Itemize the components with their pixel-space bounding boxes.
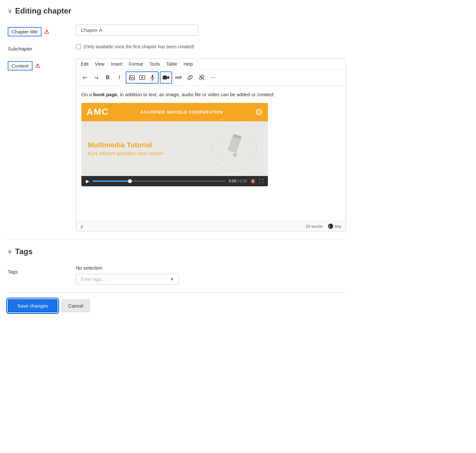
- content-label-wrap: Content ⚠: [8, 59, 72, 70]
- toolbar-h2p-btn[interactable]: H2P: [173, 72, 184, 83]
- content-row: Content ⚠ Edit View Insert Format Tools …: [8, 59, 346, 231]
- tags-label: Tags: [8, 268, 18, 276]
- tags-input-dropdown[interactable]: Enter tags... ▼: [76, 274, 179, 285]
- video-time-sep: /: [237, 179, 240, 183]
- menu-insert[interactable]: Insert: [111, 61, 122, 67]
- toolbar-italic-btn[interactable]: I: [114, 72, 124, 83]
- toolbar-audio-btn[interactable]: [147, 72, 158, 83]
- menu-edit[interactable]: Edit: [81, 61, 88, 67]
- page-title: Editing chapter: [15, 6, 71, 15]
- editor-content-area[interactable]: On a book page, in addition to text, an …: [76, 86, 346, 221]
- toolbar-unlink-btn[interactable]: [197, 72, 207, 83]
- video-progress-handle: [128, 179, 132, 183]
- menu-tools[interactable]: Tools: [150, 61, 160, 67]
- action-buttons-row: Save changes Cancel: [8, 292, 346, 312]
- tiny-logo: t tiny: [328, 223, 341, 229]
- subchapter-checkbox[interactable]: [76, 44, 81, 49]
- video-title: Multimedia Tutorial: [88, 141, 163, 149]
- mute-button[interactable]: 🔇: [250, 179, 256, 184]
- video-controls: ▶ 0:06 / 0:20 🔇 ⛶: [81, 176, 268, 186]
- chapter-title-label-wrap: Chapter title ⚠: [8, 24, 72, 36]
- toolbar-image-btn[interactable]: [127, 72, 137, 83]
- tinymce-editor: Edit View Insert Format Tools Table Help…: [76, 59, 346, 231]
- cancel-button[interactable]: Cancel: [61, 300, 90, 312]
- menu-help[interactable]: Help: [184, 61, 193, 67]
- editor-word-count: 20 words: [306, 224, 323, 229]
- tags-placeholder: Enter tags...: [81, 277, 105, 282]
- tags-dropdown-arrow-icon: ▼: [170, 277, 174, 282]
- toolbar-redo-btn[interactable]: ↪: [91, 72, 101, 83]
- content-required-icon: ⚠: [35, 62, 40, 69]
- amc-cooperation-text: ACADEMIC MOODLE COOPERATION: [141, 110, 223, 115]
- editor-menubar: Edit View Insert Format Tools Table Help: [76, 59, 346, 69]
- svg-point-1: [130, 76, 131, 77]
- tags-label-wrap: Tags: [8, 265, 72, 276]
- toolbar-media-btn[interactable]: [137, 72, 147, 83]
- toolbar-more-btn[interactable]: ···: [208, 72, 218, 83]
- tags-section-header: ∨ Tags: [8, 247, 346, 259]
- chapter-title-input[interactable]: [76, 24, 198, 36]
- svg-marker-3: [142, 77, 143, 79]
- svg-rect-7: [163, 76, 167, 79]
- video-progress-fill: [93, 180, 130, 182]
- subchapter-note: (Only available once the first chapter h…: [84, 44, 194, 49]
- editor-paragraph: On a book page, in addition to text, an …: [81, 91, 341, 98]
- save-changes-button[interactable]: Save changes: [8, 299, 58, 312]
- tags-field-group: No selection Enter tags... ▼: [76, 265, 179, 285]
- menu-table[interactable]: Table: [166, 61, 177, 67]
- toolbar-video-btn[interactable]: [161, 72, 171, 83]
- chapter-title-required-icon: ⚠: [44, 28, 49, 35]
- video-text-overlay: Multimedia Tutorial Kurs effizient gesta…: [88, 141, 163, 156]
- toolbar-media-group: [126, 71, 159, 84]
- fullscreen-button[interactable]: ⛶: [259, 179, 263, 184]
- video-progress-bar[interactable]: [93, 180, 225, 182]
- editing-chapter-header: ∨ Editing chapter: [8, 6, 346, 18]
- editor-footer: p 20 words t tiny: [76, 221, 346, 231]
- video-total-time: 0:20: [240, 179, 247, 183]
- tiny-label: tiny: [335, 224, 341, 229]
- video-thumbnail-body: Multimedia Tutorial Kurs effizient gesta…: [81, 121, 268, 176]
- toolbar-video-single-group: [160, 71, 172, 84]
- svg-marker-8: [167, 76, 169, 79]
- chapter-title-row: Chapter title ⚠: [8, 24, 346, 36]
- tags-section-chevron[interactable]: ∨: [8, 248, 12, 255]
- video-time: 0:06 / 0:20: [229, 179, 247, 183]
- subchapter-checkbox-row: (Only available once the first chapter h…: [76, 42, 194, 49]
- pencil-icon: [223, 134, 249, 164]
- tags-no-selection: No selection: [76, 265, 179, 271]
- toolbar-link-btn[interactable]: [185, 72, 195, 83]
- tags-row: Tags No selection Enter tags... ▼: [8, 265, 346, 285]
- chapter-title-label: Chapter title: [8, 27, 41, 36]
- svg-text:t: t: [329, 225, 330, 228]
- svg-rect-0: [129, 75, 134, 80]
- editor-toolbar: ↩ ↪ B I: [76, 69, 346, 86]
- menu-format[interactable]: Format: [129, 61, 143, 67]
- section-chevron[interactable]: ∨: [8, 7, 12, 14]
- video-current-time: 0:06: [229, 179, 236, 183]
- amc-gear-icon: ⚙: [255, 107, 263, 117]
- play-button[interactable]: ▶: [86, 179, 89, 184]
- amc-logo: AMC: [87, 107, 109, 117]
- toolbar-bold-btn[interactable]: B: [103, 72, 113, 83]
- subchapter-label: Subchapter: [8, 45, 32, 53]
- video-embed: AMC ACADEMIC MOODLE COOPERATION ⚙: [81, 103, 268, 186]
- toolbar-undo-btn[interactable]: ↩: [79, 72, 90, 83]
- editor-tag-indicator: p: [81, 224, 83, 229]
- menu-view[interactable]: View: [95, 61, 105, 67]
- content-label: Content: [8, 61, 32, 70]
- section-divider: [8, 239, 346, 239]
- svg-rect-4: [152, 75, 153, 78]
- video-subtitle: Kurs effizient gestalten bzw. nutzen: [88, 151, 163, 156]
- tags-section-title: Tags: [15, 247, 32, 256]
- svg-marker-17: [233, 153, 237, 158]
- amc-banner: AMC ACADEMIC MOODLE COOPERATION ⚙: [81, 103, 268, 121]
- subchapter-label-wrap: Subchapter: [8, 42, 72, 53]
- subchapter-row: Subchapter (Only available once the firs…: [8, 42, 346, 53]
